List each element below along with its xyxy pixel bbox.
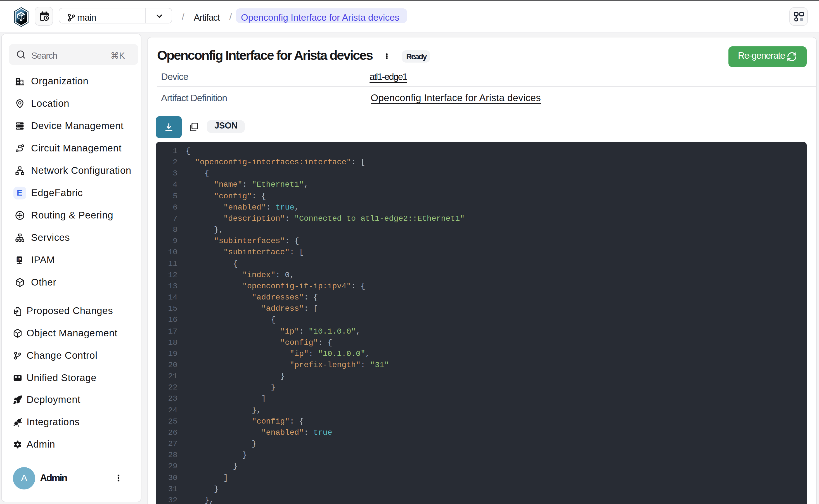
svg-text:IP: IP: [18, 257, 21, 261]
